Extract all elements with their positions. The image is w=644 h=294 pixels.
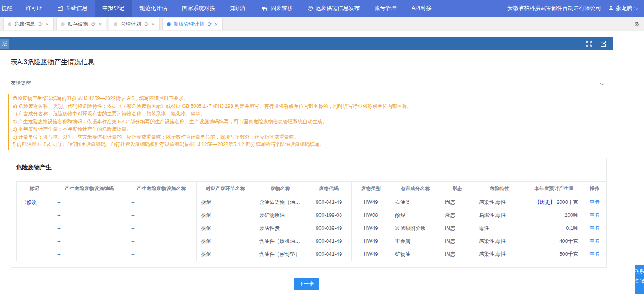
view-link[interactable]: 查看	[590, 225, 600, 231]
view-link[interactable]: 查看	[590, 212, 600, 218]
topnav-right: 安徽省柏科洪武零部件再制造有限公司 张龙腾	[507, 5, 644, 12]
nav-item-label: 危废供需信息发布	[316, 5, 360, 12]
collapse-chevron-icon[interactable]	[599, 81, 604, 85]
tab-new-management-plan[interactable]: 新版管理计划 ⟳ ×	[162, 18, 223, 30]
quantity-value: 500千克	[559, 251, 578, 257]
cell-form: 固态	[440, 235, 474, 248]
col-quantity: 本年度预计产生量	[525, 181, 583, 196]
quantity-value: 200吨	[564, 212, 578, 218]
cell-component: 酚烃	[390, 209, 440, 222]
nav-item-license[interactable]: 许可证	[18, 0, 50, 17]
col-facility-code: 产生危险废物设施编码	[52, 181, 126, 196]
tab-storage-facility[interactable]: 贮存设施 ⟳ ×	[56, 18, 107, 30]
cell-form: 固态	[440, 248, 474, 261]
history-link[interactable]: 【历史】	[535, 199, 555, 205]
view-link[interactable]: 查看	[590, 238, 600, 244]
refresh-icon[interactable]: ⟳	[38, 21, 43, 27]
cell-waste-code: 900-199-08	[306, 209, 352, 222]
col-stage: 对应产废环节名称	[197, 181, 254, 196]
nav-item-api-connect[interactable]: API对接	[404, 0, 439, 17]
tab-status-dot	[61, 22, 65, 26]
cell-component: 重金属	[390, 235, 440, 248]
cell-waste-name: 含油沾染物（油泥...	[254, 196, 306, 209]
nav-item-declaration[interactable]: 申报登记	[95, 0, 132, 17]
page-title: 表A.3危险废物产生情况信息	[11, 57, 613, 67]
refresh-icon[interactable]: ⟳	[208, 21, 212, 27]
col-waste-code: 废物代码	[306, 181, 352, 196]
tab-waste-info[interactable]: 危废信息 ⟳ ×	[3, 18, 54, 30]
table-row: -- -- 拆解 废矿物质油 900-199-08 HW08 酚烃 液态 易燃性…	[17, 209, 606, 222]
nav-item-label: 知识库	[230, 5, 247, 12]
nav-item-account-management[interactable]: 账号管理	[367, 0, 404, 17]
close-icon[interactable]: ×	[46, 21, 49, 27]
tab-label: 新版管理计划	[174, 20, 204, 28]
nav-item-label: API对接	[412, 5, 432, 12]
notice-line: f) 内部治理方式及去向：自行利用设施编码、自行处置设施编码和贮存设施编码依据H…	[13, 141, 602, 149]
col-waste-name: 废物名称	[254, 181, 306, 196]
cell-facility-name: --	[126, 222, 197, 235]
top-nav: 提醒 许可证 基础信息 申报登记 规范化评估 国家系统对接 知识库 固废转移 危…	[0, 0, 644, 17]
next-step-button[interactable]: 下一步	[294, 278, 319, 290]
nav-item-label: 申报登记	[102, 5, 124, 12]
nav-item-solid-waste-transfer[interactable]: 固废转移	[254, 0, 300, 17]
contact-support-button[interactable]: 联系客服	[635, 265, 644, 294]
cell-hazard: 感染性,毒性	[474, 196, 525, 209]
cell-category: HW49	[352, 222, 390, 235]
cell-action: 查看	[583, 248, 606, 261]
nav-item-label: 账号管理	[375, 5, 397, 12]
col-action: 操作	[583, 181, 606, 196]
close-icon[interactable]: ×	[98, 21, 102, 27]
view-link[interactable]: 查看	[590, 199, 600, 205]
cell-stage: 拆解	[197, 235, 254, 248]
version-tag[interactable]: 版	[0, 39, 9, 49]
nav-item-standard-eval[interactable]: 规范化评估	[132, 0, 174, 17]
edit-cancel-icon[interactable]	[600, 41, 607, 48]
cell-component: 过滤吸附介质	[390, 222, 440, 235]
cell-quantity: 【历史】 2000千克	[525, 196, 583, 209]
cell-facility-code: --	[52, 235, 126, 248]
cell-quantity: 0.1吨	[525, 222, 583, 235]
cell-facility-name: --	[126, 248, 197, 261]
nav-item-national-connect[interactable]: 国家系统对接	[174, 0, 223, 17]
cell-mark	[17, 209, 52, 222]
factory-icon	[57, 6, 63, 11]
cell-mark	[17, 222, 52, 235]
close-icon[interactable]: ×	[215, 21, 218, 27]
user-menu[interactable]: 张龙腾	[608, 5, 637, 12]
notice-line: b) 有害成分名称：危险废物中对环境有害的主要污染物名称，如苯系物、氰化物、砷等…	[13, 110, 602, 118]
refresh-icon[interactable]: ⟳	[91, 21, 96, 27]
nav-item-reminder[interactable]: 提醒	[0, 0, 18, 17]
cell-action: 查看	[583, 209, 606, 222]
cell-action: 查看	[583, 196, 606, 209]
reminder-collapse-header[interactable]: 友情提醒	[0, 73, 613, 91]
view-link[interactable]: 查看	[590, 251, 600, 257]
refresh-icon[interactable]: ⟳	[144, 21, 148, 27]
user-name: 张龙腾	[616, 5, 632, 12]
footer: 下一步	[0, 268, 613, 290]
nav-item-label: 固废转移	[271, 5, 293, 12]
quantity-value: 400千克	[559, 238, 578, 244]
cell-mark	[17, 235, 52, 248]
nav-item-basic-info[interactable]: 基础信息	[50, 0, 95, 17]
nav-item-supply-demand-publish[interactable]: 危废供需信息发布	[300, 0, 367, 17]
cell-facility-code: --	[52, 196, 126, 209]
close-all-tabs-icon[interactable]: ⊗	[634, 20, 641, 28]
table-row: -- -- 拆解 含油件（废机油滤... 900-041-49 HW49 重金属…	[17, 235, 606, 248]
notice-line: a) 危险废物名称、类别、代码和危险特性：依据《国家危险废物名录》或根据 GB …	[13, 103, 602, 111]
mark-modified[interactable]: 已修改	[21, 199, 37, 205]
nav-item-label: 国家系统对接	[182, 5, 215, 12]
tab-management-plan[interactable]: 管理计划 ⟳ ×	[109, 18, 160, 30]
cell-stage: 拆解	[197, 222, 254, 235]
cell-waste-code: 900-041-49	[306, 248, 352, 261]
cell-waste-name: 含油件（废机油滤...	[254, 235, 306, 248]
nav-item-knowledge-base[interactable]: 知识库	[223, 0, 254, 17]
cell-quantity: 200吨	[525, 209, 583, 222]
close-icon[interactable]: ×	[152, 21, 155, 27]
col-component: 有害成分名称	[390, 181, 440, 196]
truck-icon	[262, 6, 268, 11]
cell-hazard: 感染性,毒性	[474, 235, 525, 248]
fullscreen-icon[interactable]	[586, 41, 593, 47]
nav-item-label: 提醒	[2, 5, 13, 12]
section-title: 危险废物产生	[16, 164, 601, 171]
cell-waste-name: 废活性炭	[254, 222, 306, 235]
